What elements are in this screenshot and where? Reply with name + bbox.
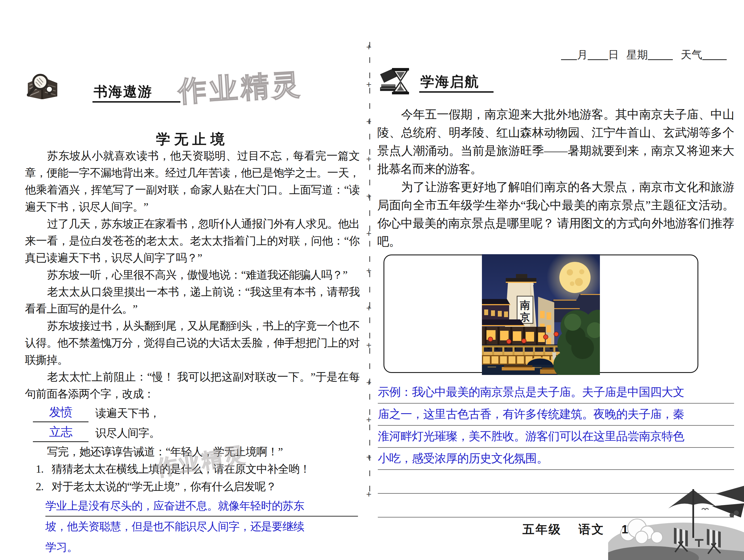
right-page: 月日星期天气 学海启航 今年五一假期，南京迎来大批外地游客。其中南京夫子庙、中山… xyxy=(377,0,735,560)
couplet-row: 立志 识尽人间字。 xyxy=(25,422,360,442)
fill-in-blank-answer: 发愤 xyxy=(33,404,88,422)
footer-page-number: 1 xyxy=(622,523,629,536)
question-2: 2. 对于老太太说的“学无止境”，你有什么启发呢？ xyxy=(25,478,360,495)
question-number: 1. xyxy=(36,460,51,478)
handwritten-answer: 学业上是没有尽头的，应奋进不息。就像年轻时的苏东 坡，他关资聪慧，但是也不能识尽… xyxy=(45,496,358,558)
hourglass-books-icon xyxy=(379,66,414,95)
answer-line: 坡，他关资聪慧，但是也不能识尽人间字，还是要继续 xyxy=(45,517,358,537)
sample-answer-line: 小吃，感受浓厚的历史文化氛围。 xyxy=(378,448,734,470)
answer-line: 学习。 xyxy=(45,537,358,558)
story-paragraph: 老太太忙上前阻止：“慢！ 我可以把这副对联改一下。”于是在每句前面各添两个字，改… xyxy=(25,368,360,402)
right-badge-label: 学海启航 xyxy=(420,73,479,91)
illustration-frame: 南 京 xyxy=(383,254,698,373)
question-text: 对于老太太说的“学无止境”，你有什么启发呢？ xyxy=(51,478,360,495)
right-section-header: 学海启航 xyxy=(377,66,735,103)
weather-blank xyxy=(702,49,727,60)
prompt-body: 今年五一假期，南京迎来大批外地游客。其中南京夫子庙、中山陵、总统府、明孝陵、红山… xyxy=(377,106,734,250)
couplet-line: 读遍天下书， xyxy=(88,404,160,422)
story-paragraph: 过了几天，苏东坡正在家看书，忽听仆人通报门外有人求见。他出来一看，是位白发苍苍的… xyxy=(25,215,360,267)
sign-char: 南 xyxy=(520,299,530,311)
sample-answer-line: 示例：我心中最美的南京景点是夫子庙。夫子庙是中国四大文 xyxy=(378,382,734,404)
page-divider: ++ ++ ++ ++ ++ ++ + xyxy=(368,42,371,499)
day-blank xyxy=(588,49,608,60)
question-number: 2. xyxy=(36,478,51,495)
footer-subject: 语文 xyxy=(579,523,605,536)
fill-in-blank-answer: 立志 xyxy=(33,424,88,442)
book-magnifier-icon xyxy=(26,72,60,102)
day-label: 日 xyxy=(608,49,619,61)
watermark-header: 作业精灵 xyxy=(177,65,304,111)
couplet-row: 发愤 读遍天下书， xyxy=(25,402,360,422)
divider-plus-marks: ++ ++ ++ ++ ++ ++ + xyxy=(366,42,372,499)
month-label: 月 xyxy=(577,49,588,61)
story-paragraph: 老太太从口袋里摸出一本书，递上前说：“我这里有本书，请帮我看看上面写的是什么。” xyxy=(25,283,360,317)
left-badge-label: 书海遨游 xyxy=(94,82,153,101)
sample-answer-line: 庙之一，这里古色古香，有许多传统建筑。夜晚的夫子庙，秦 xyxy=(378,404,734,426)
footer-grade: 五年级 xyxy=(522,523,562,536)
story-paragraph: 苏东坡接过书，从头翻到尾，又从尾翻到头，书上的字竟一个也不认得。他不禁羞愧万分，… xyxy=(25,317,360,368)
story-paragraph: 苏东坡一听，心里很不高兴，傲慢地说：“难道我还能骗人吗？” xyxy=(25,267,360,283)
sample-answer-line: 淮河畔灯光璀璨，美不胜收。游客们可以在这里品尝南京特色 xyxy=(378,426,734,448)
weather-label: 天气 xyxy=(681,49,702,61)
nanjing-night-photo: 南 京 xyxy=(482,254,600,375)
left-page: 书海遨游 作业精灵 学无止境 苏东坡从小就喜欢读书，他天资聪明、过目不忘，每看完… xyxy=(25,0,360,560)
weekday-blank xyxy=(648,49,673,60)
page-footer: 五年级 语文 1 xyxy=(522,521,642,537)
left-badge-underline xyxy=(92,101,180,103)
month-blank xyxy=(561,49,577,60)
date-weather-line: 月日星期天气 xyxy=(561,48,727,62)
story-title: 学无止境 xyxy=(25,130,360,149)
prompt-paragraph: 为了让游客更好地了解咱们南京的各大景点，南京市文化和旅游局面向全市五年级学生举办… xyxy=(377,178,734,250)
story-body: 苏东坡从小就喜欢读书，他天资聪明、过目不忘，每看完一篇文章，便能一字不漏地背出来… xyxy=(25,147,360,558)
story-paragraph: 苏东坡从小就喜欢读书，他天资聪明、过目不忘，每看完一篇文章，便能一字不漏地背出来… xyxy=(25,147,360,215)
right-badge-underline xyxy=(419,91,493,93)
left-section-header: 书海遨游 作业精灵 xyxy=(25,70,360,123)
weekday-label: 星期 xyxy=(626,49,648,61)
answer-line: 学业上是没有尽头的，应奋进不息。就像年轻时的苏东 xyxy=(45,496,358,517)
prompt-paragraph: 今年五一假期，南京迎来大批外地游客。其中南京夫子庙、中山陵、总统府、明孝陵、红山… xyxy=(377,106,734,178)
couplet-line: 识尽人间字。 xyxy=(88,424,160,442)
